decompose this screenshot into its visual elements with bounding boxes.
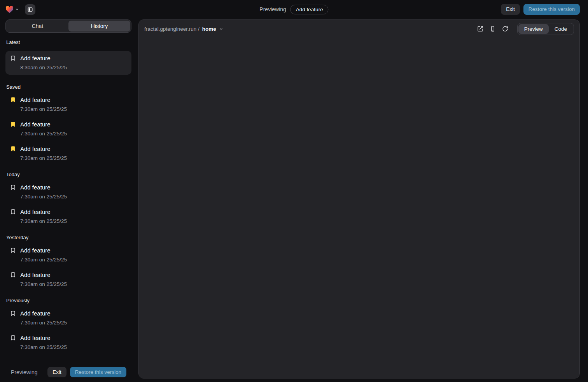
- history-item-title: Add feature: [20, 120, 67, 128]
- history-item[interactable]: Add feature 7:30am on 25/25/25: [5, 208, 131, 225]
- history-item[interactable]: Add feature 8:30am on 25/25/25: [5, 51, 131, 75]
- history-item-timestamp: 7:30am on 25/25/25: [20, 319, 67, 327]
- history-item-timestamp: 7:30am on 25/25/25: [20, 217, 67, 225]
- history-item-timestamp: 8:30am on 25/25/25: [20, 63, 67, 72]
- history-item-timestamp: 7:30am on 25/25/25: [20, 256, 67, 264]
- sidebar-toggle-button[interactable]: [25, 4, 35, 15]
- section-title: Latest: [5, 39, 131, 45]
- tab-history[interactable]: History: [68, 21, 130, 32]
- open-external-button[interactable]: [475, 24, 485, 34]
- history-item-timestamp: 7:30am on 25/25/25: [20, 154, 67, 162]
- history-list: Latest Add feature 8:30am on 25/25/25 Sa…: [5, 33, 131, 364]
- preview-panel: fractal.gptengineer.run / home: [138, 19, 580, 378]
- history-section-today: Today Add feature 7:30am on 25/25/25: [5, 172, 131, 225]
- history-item-timestamp: 7:30am on 25/25/25: [20, 193, 67, 201]
- url-page: home: [202, 26, 216, 32]
- refresh-icon: [502, 26, 508, 32]
- history-item-timestamp: 7:30am on 25/25/25: [20, 130, 67, 138]
- restore-version-button[interactable]: Restore this version: [70, 367, 126, 378]
- history-item-timestamp: 7:30am on 25/25/25: [20, 280, 67, 288]
- bookmark-outline-icon: [10, 334, 16, 351]
- history-item-title: Add feature: [20, 334, 67, 342]
- code-mode-button[interactable]: Code: [549, 24, 573, 34]
- preview-content: [139, 38, 579, 378]
- bookmark-outline-icon: [10, 54, 16, 72]
- restore-version-button[interactable]: Restore this version: [523, 4, 580, 15]
- history-item-title: Add feature: [20, 145, 67, 153]
- history-item-title: Add feature: [20, 96, 67, 104]
- smartphone-icon: [490, 26, 496, 32]
- section-title: Saved: [5, 84, 131, 90]
- chevron-down-icon: [219, 27, 223, 31]
- preview-header-actions: Preview Code: [475, 23, 574, 35]
- bookmark-outline-icon: [10, 183, 16, 201]
- preview-url-breadcrumb[interactable]: fractal.gptengineer.run / home: [144, 26, 223, 32]
- previewing-label: Previewing: [259, 6, 286, 12]
- topbar: Previewing Add feature Exit Restore this…: [0, 0, 588, 19]
- history-item-timestamp: 7:30am on 25/25/25: [20, 105, 67, 113]
- bookmark-filled-icon: [10, 120, 16, 138]
- history-item[interactable]: Add feature 7:30am on 25/25/25: [5, 120, 131, 138]
- sidebar-footer: Previewing Exit Restore this version: [5, 364, 131, 382]
- topbar-left: [5, 4, 35, 15]
- history-item-title: Add feature: [20, 246, 67, 254]
- section-title: Today: [5, 172, 131, 177]
- url-host: fractal.gptengineer.run /: [144, 26, 200, 32]
- refresh-button[interactable]: [500, 24, 510, 34]
- preview-header: fractal.gptengineer.run / home: [139, 20, 579, 38]
- exit-button[interactable]: Exit: [501, 4, 520, 15]
- topbar-status: Previewing Add feature: [259, 0, 328, 19]
- history-item[interactable]: Add feature 7:30am on 25/25/25: [5, 334, 131, 351]
- history-section-previously: Previously Add feature 7:30am on 25/25/2…: [5, 298, 131, 351]
- bookmark-outline-icon: [10, 208, 16, 225]
- sidebar: Chat History Latest Add feature 8:30am o…: [0, 19, 138, 382]
- history-item-title: Add feature: [20, 208, 67, 216]
- history-section-latest: Latest Add feature 8:30am on 25/25/25: [5, 39, 131, 75]
- history-section-yesterday: Yesterday Add feature 7:30am on 25/25/25: [5, 235, 131, 288]
- bookmark-filled-icon: [10, 96, 16, 113]
- bookmark-outline-icon: [10, 246, 16, 264]
- panel-left-icon: [27, 7, 33, 12]
- chevron-down-icon: [15, 7, 19, 11]
- section-title: Previously: [5, 298, 131, 303]
- history-item-title: Add feature: [20, 271, 67, 279]
- history-item[interactable]: Add feature 7:30am on 25/25/25: [5, 246, 131, 264]
- external-link-icon: [477, 26, 483, 32]
- bookmark-filled-icon: [10, 145, 16, 162]
- history-item-title: Add feature: [20, 183, 67, 191]
- history-item-title: Add feature: [20, 54, 67, 62]
- history-item-timestamp: 7:30am on 25/25/25: [20, 343, 67, 351]
- section-title: Yesterday: [5, 235, 131, 240]
- history-item[interactable]: Add feature 7:30am on 25/25/25: [5, 183, 131, 201]
- topbar-actions: Exit Restore this version: [501, 4, 580, 15]
- view-mode-toggle: Preview Code: [517, 23, 574, 35]
- history-item[interactable]: Add feature 7:30am on 25/25/25: [5, 271, 131, 288]
- bookmark-outline-icon: [10, 309, 16, 327]
- exit-button[interactable]: Exit: [47, 367, 66, 378]
- sidebar-tabs: Chat History: [5, 19, 131, 33]
- previewing-label: Previewing: [11, 369, 37, 375]
- workspace-menu-button[interactable]: [5, 5, 20, 14]
- history-item-title: Add feature: [20, 309, 67, 317]
- mobile-view-button[interactable]: [488, 24, 498, 34]
- bookmark-outline-icon: [10, 271, 16, 288]
- tab-chat[interactable]: Chat: [7, 21, 68, 32]
- preview-mode-button[interactable]: Preview: [518, 24, 549, 34]
- history-item[interactable]: Add feature 7:30am on 25/25/25: [5, 96, 131, 113]
- version-badge: Add feature: [290, 5, 329, 14]
- lovable-heart-logo-icon: [5, 6, 14, 13]
- history-section-saved: Saved Add feature 7:30am on 25/25/25: [5, 84, 131, 162]
- history-item[interactable]: Add feature 7:30am on 25/25/25: [5, 145, 131, 162]
- history-item[interactable]: Add feature 7:30am on 25/25/25: [5, 309, 131, 327]
